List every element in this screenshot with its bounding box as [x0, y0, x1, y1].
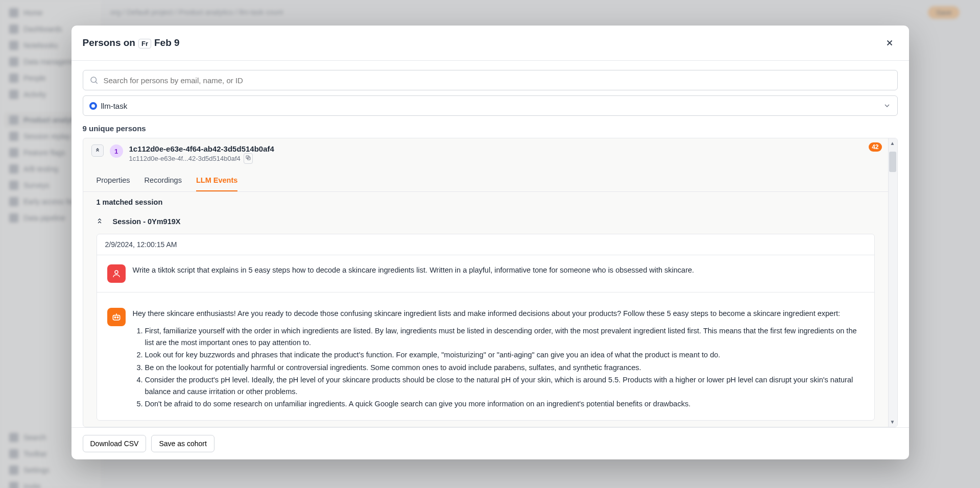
modal-footer: Download CSV Save as cohort: [71, 427, 909, 459]
filter-dropdown[interactable]: llm-task: [83, 95, 898, 116]
scroll-down-icon[interactable]: ▼: [888, 418, 897, 427]
bot-step: First, familiarize yourself with the ord…: [145, 325, 864, 348]
person-name[interactable]: 1c112d0e-e63e-4f64-ab42-3d5d514b0af4: [129, 144, 889, 153]
session-count: 1 matched session: [83, 192, 897, 212]
svg-point-6: [117, 317, 118, 319]
svg-point-5: [114, 317, 116, 319]
tab-properties[interactable]: Properties: [97, 170, 130, 191]
persons-modal: Persons on Fr Feb 9 llm-task 9 unique pe…: [71, 26, 909, 459]
user-message: Write a tiktok script that explains in 5…: [97, 255, 874, 292]
session-row: Session - 0Ym919X: [83, 212, 897, 231]
collapse-button[interactable]: [91, 144, 104, 157]
bot-steps-list: First, familiarize yourself with the ord…: [145, 325, 864, 409]
search-box[interactable]: [83, 70, 898, 90]
close-button[interactable]: [881, 35, 898, 51]
title-prefix: Persons on: [83, 37, 135, 48]
download-csv-button[interactable]: Download CSV: [83, 435, 147, 452]
event-count-badge: 42: [869, 142, 881, 152]
user-message-text: Write a tiktok script that explains in 5…: [133, 264, 695, 276]
persons-list: 42 ▲ ▼ 1 1c112d0e-e63e-4f64-ab42-3d5d514…: [83, 138, 898, 427]
title-date: Feb 9: [154, 37, 180, 48]
chevron-down-icon: [883, 102, 891, 110]
copy-button[interactable]: [244, 153, 253, 164]
session-label: Session - 0Ym919X: [113, 217, 181, 226]
title-tag: Fr: [138, 39, 151, 48]
bot-message-intro: Hey there skincare enthusiasts! Are you …: [133, 308, 864, 319]
event-card: 2/9/2024, 12:00:15 AM Write a tiktok scr…: [97, 234, 875, 421]
bot-step: Consider the product's pH level. Ideally…: [145, 374, 864, 397]
modal-title: Persons on Fr Feb 9: [83, 37, 180, 48]
tab-llm-events[interactable]: LLM Events: [196, 170, 237, 191]
search-icon: [89, 76, 99, 85]
tab-recordings[interactable]: Recordings: [145, 170, 182, 191]
svg-point-3: [115, 271, 118, 274]
scroll-thumb[interactable]: [889, 152, 896, 172]
filter-pill: llm-task: [89, 102, 128, 110]
filter-label: llm-task: [101, 102, 128, 110]
bot-step: Look out for key buzzwords and phrases t…: [145, 349, 864, 360]
collapse-icon: [96, 218, 103, 225]
bot-step: Don't be afraid to do some research on u…: [145, 398, 864, 409]
session-collapse-button[interactable]: [94, 216, 105, 227]
svg-rect-4: [113, 315, 119, 320]
svg-point-0: [91, 77, 97, 83]
scroll-up-icon[interactable]: ▲: [888, 138, 897, 148]
person-tabs: Properties Recordings LLM Events: [83, 170, 888, 192]
search-input[interactable]: [104, 76, 891, 85]
user-icon: [107, 264, 126, 283]
person-id-short: 1c112d0e-e63e-4f...42-3d5d514b0af4: [129, 155, 241, 162]
person-row: 1 1c112d0e-e63e-4f64-ab42-3d5d514b0af4 1…: [83, 138, 897, 170]
person-avatar: 1: [110, 144, 123, 158]
persons-count: 9 unique persons: [83, 124, 898, 133]
modal-header: Persons on Fr Feb 9: [71, 26, 909, 60]
close-icon: [885, 38, 894, 47]
radio-icon: [89, 102, 97, 110]
bot-step: Be on the lookout for potentially harmfu…: [145, 362, 864, 373]
modal-overlay[interactable]: Persons on Fr Feb 9 llm-task 9 unique pe…: [0, 0, 980, 488]
collapse-icon: [94, 148, 101, 154]
bot-icon: [107, 308, 126, 326]
event-timestamp: 2/9/2024, 12:00:15 AM: [97, 234, 874, 255]
bot-message: Hey there skincare enthusiasts! Are you …: [97, 292, 874, 420]
scrollbar[interactable]: ▲ ▼: [888, 138, 897, 427]
copy-icon: [245, 155, 251, 161]
save-cohort-button[interactable]: Save as cohort: [151, 435, 214, 452]
